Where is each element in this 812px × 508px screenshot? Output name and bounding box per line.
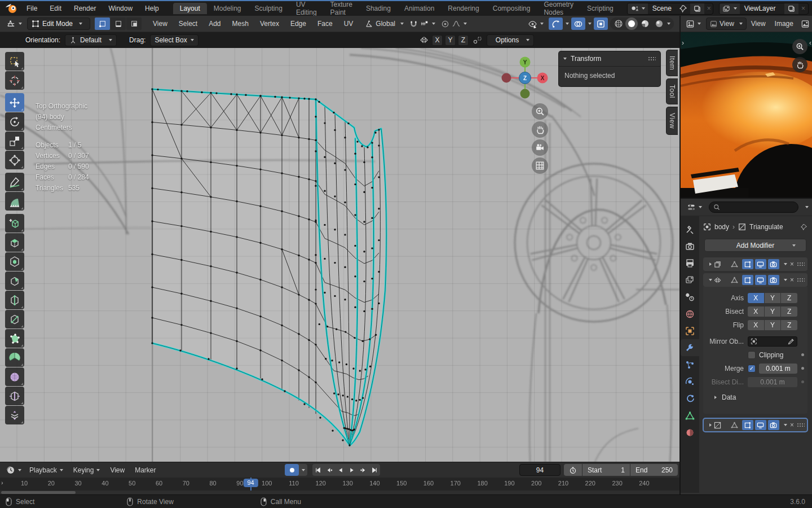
properties-tab-object[interactable]: [681, 322, 699, 339]
mirror-bisect-z-button[interactable]: Z: [781, 306, 797, 317]
properties-tab-scene[interactable]: [681, 288, 699, 305]
gizmo-negative-y-ball[interactable]: [520, 89, 530, 99]
timeline-ruler[interactable]: 1020304050607080901001101201301401501601…: [0, 478, 679, 491]
viewport-menu-add[interactable]: Add: [203, 17, 226, 30]
annotate-tool-button[interactable]: [5, 173, 24, 191]
realtime-display-toggle[interactable]: [755, 259, 766, 269]
current-frame-badge[interactable]: 94: [243, 479, 258, 487]
properties-search-input[interactable]: [709, 202, 798, 213]
solid-shading-button[interactable]: [625, 17, 638, 30]
transform-panel-title[interactable]: Transform: [571, 55, 648, 63]
extrude-tool-button[interactable]: [5, 233, 24, 252]
pan-button[interactable]: [532, 121, 548, 138]
object-visibility-dropdown[interactable]: [525, 17, 546, 30]
scrollbar-thumb[interactable]: [1, 491, 76, 494]
region-chevron-right[interactable]: ‹: [809, 39, 811, 47]
mirror-flip-y-button[interactable]: Y: [765, 320, 781, 330]
start-frame-field[interactable]: Start1: [582, 464, 630, 476]
scene-name[interactable]: Scene: [648, 5, 676, 12]
remove-viewlayer-icon[interactable]: ×: [798, 3, 808, 14]
on-cage-toggle[interactable]: [729, 275, 740, 285]
image-menu-image[interactable]: Image: [770, 17, 798, 30]
properties-tab-render[interactable]: [681, 238, 699, 255]
region-chevron-left[interactable]: ›: [682, 39, 684, 47]
loop-cut-tool-button[interactable]: [5, 291, 24, 309]
poly-build-tool-button[interactable]: [5, 329, 24, 348]
mirror-flip-x-button[interactable]: X: [748, 320, 764, 330]
properties-tab-data[interactable]: [681, 407, 699, 424]
next-keyframe-button[interactable]: [358, 464, 369, 476]
mirror-y-button[interactable]: Y: [445, 35, 456, 46]
mirror-axis-z-button[interactable]: Z: [781, 293, 797, 303]
properties-filter-dropdown[interactable]: [805, 206, 809, 208]
viewport-3d[interactable]: Top Orthographic (94) body Centimeters O…: [0, 48, 679, 462]
viewlayer-selector[interactable]: ViewLayer ×: [719, 3, 809, 15]
rendered-shading-button[interactable]: [652, 17, 666, 30]
drag-dropdown[interactable]: Select Box: [150, 34, 198, 46]
image-zoom-button[interactable]: [792, 39, 807, 54]
properties-tab-tool[interactable]: [681, 221, 699, 238]
timeline-menu-view[interactable]: View: [105, 463, 130, 477]
edge-select-mode-button[interactable]: [111, 17, 126, 30]
play-reverse-button[interactable]: [335, 464, 346, 476]
viewport-menu-mesh[interactable]: Mesh: [227, 17, 254, 30]
menu-render[interactable]: Render: [68, 5, 102, 12]
proportional-editing-controls[interactable]: [438, 17, 470, 30]
scene-selector[interactable]: Scene ×: [627, 3, 713, 15]
inset-tool-button[interactable]: [5, 252, 24, 271]
jump-to-end-button[interactable]: [369, 464, 380, 476]
end-frame-field[interactable]: End250: [630, 464, 678, 476]
delete-modifier-icon[interactable]: ×: [790, 276, 794, 284]
new-viewlayer-copy-icon[interactable]: [784, 3, 798, 14]
add-cube-tool-button[interactable]: [5, 214, 24, 233]
use-preview-range-button[interactable]: [564, 464, 582, 476]
previous-keyframe-button[interactable]: [324, 464, 335, 476]
menu-window[interactable]: Window: [102, 5, 139, 12]
gizmos-toggle[interactable]: [549, 17, 563, 30]
editor-type-properties-icon[interactable]: [684, 201, 705, 213]
sidebar-tab-view[interactable]: View: [666, 107, 678, 135]
scale-tool-button[interactable]: [5, 132, 24, 150]
workspace-tab-shading[interactable]: Shading: [359, 3, 398, 14]
decorator-dot[interactable]: [801, 353, 804, 356]
clipping-checkbox[interactable]: [748, 351, 756, 359]
properties-tab-constraints[interactable]: [681, 390, 699, 407]
workspace-tab-modeling[interactable]: Modeling: [207, 3, 248, 14]
orientation-setting-dropdown[interactable]: Default: [65, 34, 117, 46]
current-frame-field[interactable]: 94: [519, 464, 561, 476]
render-toggle[interactable]: [768, 275, 779, 285]
transform-orientation-dropdown[interactable]: Global: [362, 17, 407, 30]
viewlayer-icon[interactable]: [720, 3, 740, 14]
play-button[interactable]: [346, 464, 358, 476]
eyedropper-icon[interactable]: [788, 338, 795, 345]
workspace-tab-scripting[interactable]: Scripting: [580, 3, 620, 14]
vertex-select-mode-button[interactable]: [95, 17, 110, 30]
sidebar-tab-item[interactable]: Item: [666, 50, 678, 76]
editor-type-timeline-icon[interactable]: [3, 464, 24, 476]
viewport-menu-uv[interactable]: UV: [338, 17, 359, 30]
region-expand-icon[interactable]: ›: [1, 479, 3, 486]
mirror-bisect-y-button[interactable]: Y: [765, 306, 781, 317]
transform-tool-button[interactable]: [5, 151, 24, 169]
mirror-object-field[interactable]: [748, 336, 797, 347]
workspace-tab-animation[interactable]: Animation: [398, 3, 441, 14]
tweak-tool-button[interactable]: [5, 52, 24, 71]
modifier-header-triangulate[interactable]: ×: [703, 418, 807, 432]
image-menu-view[interactable]: View: [747, 17, 770, 30]
viewport-menu-edge[interactable]: Edge: [285, 17, 312, 30]
modifier-drag-handle[interactable]: [797, 278, 805, 282]
timeline-menu-keying[interactable]: Keying: [68, 463, 105, 477]
shrink-fatten-tool-button[interactable]: [5, 406, 24, 424]
gizmo-negative-x-ball[interactable]: [502, 73, 511, 83]
menu-edit[interactable]: Edit: [43, 5, 68, 12]
properties-tab-output[interactable]: [681, 255, 699, 271]
pin-icon[interactable]: [676, 3, 690, 14]
image-pan-button[interactable]: [792, 57, 807, 72]
auto-keying-button[interactable]: [285, 464, 307, 476]
edit-mode-toggle[interactable]: [742, 259, 753, 269]
zoom-button[interactable]: [532, 103, 548, 120]
wireframe-shading-button[interactable]: [611, 17, 625, 30]
mirror-data-subpanel[interactable]: Data: [711, 391, 804, 404]
workspace-tab-layout[interactable]: Layout: [173, 3, 207, 14]
render-toggle[interactable]: [768, 420, 779, 430]
